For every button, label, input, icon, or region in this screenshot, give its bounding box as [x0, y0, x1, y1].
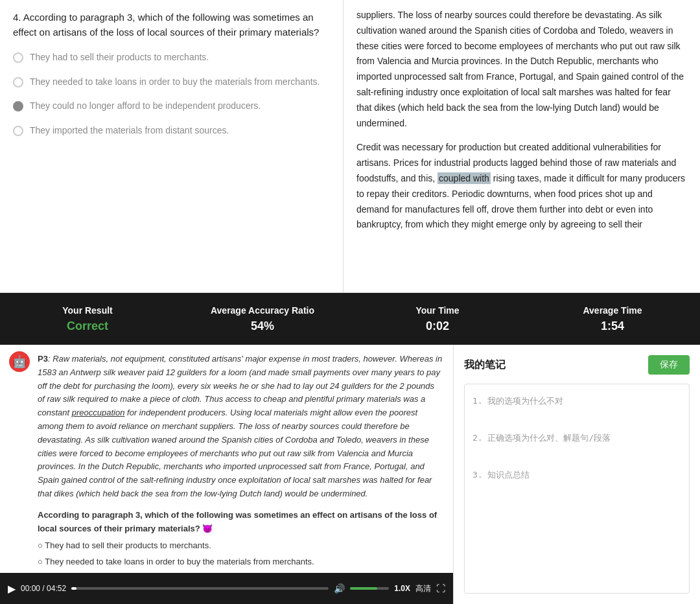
notes-panel: 我的笔记 保存 1. 我的选项为什么不对 2. 正确选项为什么对、解题句/段落 …: [454, 345, 700, 604]
question-panel: 4. According to paragraph 3, which of th…: [0, 0, 344, 292]
list-item: ○ They could no longer afford to be inde…: [38, 572, 443, 573]
notes-title: 我的笔记: [464, 358, 506, 372]
your-result-stat: Your Result Correct: [0, 305, 175, 333]
answer-option-b[interactable]: They needed to take loans in order to bu…: [13, 76, 330, 89]
list-item: ○ They needed to take loans in order to …: [38, 555, 443, 569]
answer-option-a[interactable]: They had to sell their products to merch…: [13, 51, 330, 64]
avg-time-value: 1:54: [525, 319, 700, 333]
top-section: 4. According to paragraph 3, which of th…: [0, 0, 700, 293]
play-button[interactable]: ▶: [8, 583, 16, 595]
your-time-stat: Your Time 0:02: [350, 305, 525, 333]
video-content: 🤖 P3: Raw materials, not equipment, cons…: [0, 345, 453, 573]
your-time-label: Your Time: [350, 305, 525, 316]
progress-bar[interactable]: [71, 587, 329, 590]
video-question-bold: According to paragraph 3, which of the f…: [38, 509, 443, 536]
avg-accuracy-label: Average Accuracy Ratio: [175, 305, 350, 316]
your-time-value: 0:02: [350, 319, 525, 333]
radio-d[interactable]: [13, 126, 23, 136]
fullscreen-button[interactable]: ⛶: [436, 583, 445, 594]
avg-time-stat: Average Time 1:54: [525, 305, 700, 333]
notes-header: 我的笔记 保存: [464, 355, 690, 375]
avg-time-label: Average Time: [525, 305, 700, 316]
volume-icon[interactable]: 🔊: [334, 583, 345, 594]
time-display: 00:00 / 04:52: [21, 584, 66, 593]
volume-bar[interactable]: [350, 587, 389, 590]
passage-paragraph-1: suppliers. The loss of nearby sources co…: [356, 8, 687, 131]
avg-accuracy-stat: Average Accuracy Ratio 54%: [175, 305, 350, 333]
volume-bar-fill: [350, 587, 377, 590]
answer-option-d[interactable]: They imported the materials from distant…: [13, 124, 330, 137]
underline-word: preoccupation: [72, 408, 125, 417]
avg-accuracy-value: 54%: [175, 319, 350, 333]
list-item: ○ They had to sell their products to mer…: [38, 539, 443, 553]
highlighted-text: coupled with: [438, 172, 491, 184]
progress-bar-fill: [71, 587, 76, 590]
notes-textarea[interactable]: 1. 我的选项为什么不对 2. 正确选项为什么对、解题句/段落 3. 知识点总结: [464, 384, 690, 594]
passage-panel: suppliers. The loss of nearby sources co…: [344, 0, 700, 292]
your-result-label: Your Result: [0, 305, 175, 316]
answer-option-c[interactable]: They could no longer afford to be indepe…: [13, 100, 330, 113]
speed-button[interactable]: 1.0X: [394, 584, 410, 593]
quality-button[interactable]: 高清: [415, 583, 431, 594]
bottom-section: 🤖 P3: Raw materials, not equipment, cons…: [0, 345, 700, 604]
video-answer-list: ○ They had to sell their products to mer…: [38, 539, 443, 573]
save-button[interactable]: 保存: [648, 355, 690, 375]
radio-a[interactable]: [13, 52, 23, 63]
mascot-icon: 🤖: [9, 351, 30, 372]
video-controls: ▶ 00:00 / 04:52 🔊 1.0X 高清 ⛶: [0, 573, 453, 604]
passage-paragraph-2: Credit was necessary for production but …: [356, 140, 687, 233]
your-result-value: Correct: [0, 319, 175, 333]
radio-b[interactable]: [13, 77, 23, 87]
radio-c[interactable]: [13, 101, 23, 111]
stats-bar: Your Result Correct Average Accuracy Rat…: [0, 293, 700, 345]
video-text-body: P3: Raw materials, not equipment, consti…: [38, 353, 443, 573]
video-panel: 🤖 P3: Raw materials, not equipment, cons…: [0, 345, 454, 604]
question-text: 4. According to paragraph 3, which of th…: [13, 10, 330, 40]
p3-label: P3: [38, 354, 48, 364]
